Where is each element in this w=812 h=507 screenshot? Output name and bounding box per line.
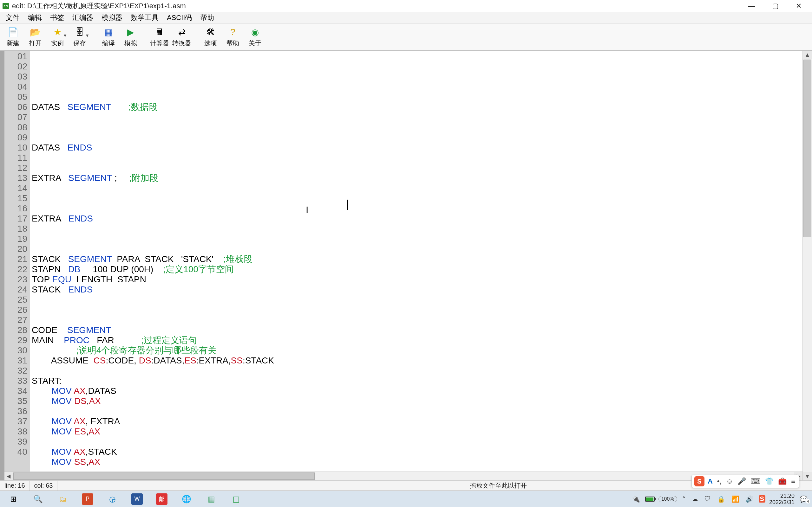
code-line[interactable]: MAIN PROC FAR ;过程定义语句 <box>32 335 810 345</box>
code-line[interactable] <box>32 122 810 132</box>
code-line[interactable] <box>32 315 810 325</box>
ime-punct-icon[interactable]: •, <box>716 477 723 486</box>
close-button[interactable]: ✕ <box>792 1 806 11</box>
cloud-icon[interactable]: ☁ <box>691 495 699 503</box>
menu-3[interactable]: 汇编器 <box>68 12 97 24</box>
code-line[interactable]: MOV AX,DATAS <box>32 386 810 396</box>
menu-2[interactable]: 书签 <box>46 12 68 24</box>
search-icon[interactable]: 🔍 <box>32 493 44 505</box>
code-line[interactable]: MOV AX,STACK <box>32 447 810 457</box>
code-line[interactable]: CODE SEGMENT <box>32 325 810 335</box>
ime-skin-icon[interactable]: 👕 <box>764 477 775 486</box>
minimize-button[interactable]: — <box>745 1 759 11</box>
ime-mic-icon[interactable]: 🎤 <box>736 477 747 486</box>
start-button[interactable]: ⊞ <box>8 493 19 505</box>
ime-toolbox-icon[interactable]: 🧰 <box>777 477 788 486</box>
ime-tray-icon[interactable]: S <box>759 495 765 503</box>
ime-keyboard-icon[interactable]: ⌨ <box>749 477 762 486</box>
code-line[interactable]: MOV AX, EXTRA <box>32 416 810 427</box>
menu-6[interactable]: ASCII码 <box>163 12 196 24</box>
tb-新建[interactable]: 📄新建 <box>2 25 24 49</box>
tb-选项[interactable]: 🛠选项 <box>200 25 222 49</box>
volume-icon[interactable]: 🔊 <box>745 495 755 503</box>
code-line[interactable]: MOV DS,AX <box>32 396 810 406</box>
code-line[interactable] <box>32 224 810 234</box>
code-line[interactable]: ASSUME CS:CODE, DS:DATAS,ES:EXTRA,SS:STA… <box>32 355 810 366</box>
app1-icon[interactable]: ▦ <box>206 493 217 505</box>
hscroll-thumb[interactable] <box>13 472 315 480</box>
code-line[interactable] <box>32 234 810 244</box>
maximize-button[interactable]: ▢ <box>768 1 782 11</box>
code-line[interactable] <box>32 406 810 416</box>
code-line[interactable]: START: <box>32 376 810 386</box>
tb-转换器[interactable]: ⇄转换器 <box>171 25 193 49</box>
menu-5[interactable]: 数学工具 <box>127 12 162 24</box>
powerpoint-icon[interactable]: P <box>82 493 93 505</box>
menu-7[interactable]: 帮助 <box>196 12 218 24</box>
lock-icon[interactable]: 🔒 <box>716 495 726 503</box>
code-line[interactable]: EXTRA ENDS <box>32 214 810 224</box>
code-line[interactable]: STACK SEGMENT PARA STACK 'STACK' ;堆栈段 <box>32 254 810 264</box>
code-line[interactable] <box>32 366 810 376</box>
code-line[interactable] <box>32 244 810 254</box>
code-line[interactable] <box>32 437 810 447</box>
code-line[interactable]: MOV SS,AX <box>32 457 810 467</box>
browser-icon[interactable]: 🌐 <box>181 493 192 505</box>
defender-icon[interactable]: 🛡 <box>703 495 712 503</box>
notification-icon[interactable]: 💬4 <box>798 495 809 503</box>
code-line[interactable] <box>32 163 810 173</box>
code-area[interactable]: I DATAS SEGMENT ;数据段DATAS ENDSEXTRA SEGM… <box>30 51 812 481</box>
scroll-left-icon[interactable]: ◀ <box>4 472 13 481</box>
edge-icon[interactable]: ◶ <box>107 493 118 505</box>
menu-0[interactable]: 文件 <box>2 12 23 24</box>
code-line[interactable] <box>32 132 810 143</box>
code-line[interactable] <box>32 295 810 305</box>
tb-打开[interactable]: 📂打开 <box>24 25 46 49</box>
mail-icon[interactable]: 邮 <box>156 493 167 505</box>
vertical-scrollbar[interactable]: ▲ ▼ <box>803 51 812 481</box>
horizontal-scrollbar[interactable]: ◀ ▶ <box>4 471 803 481</box>
code-line[interactable]: STAPN DB 100 DUP (00H) ;定义100字节空间 <box>32 264 810 274</box>
chevron-down-icon[interactable]: ▼ <box>85 33 90 38</box>
vscroll-thumb[interactable] <box>803 60 811 237</box>
tb-编译[interactable]: ▦编译 <box>97 25 119 49</box>
ime-logo-icon[interactable]: S <box>694 476 705 487</box>
ime-menu-icon[interactable]: ≡ <box>790 477 797 486</box>
tb-模拟[interactable]: ▶模拟 <box>119 25 142 49</box>
chevron-up-icon[interactable]: ˄ <box>681 495 687 503</box>
ime-letter-icon[interactable]: A <box>706 477 714 486</box>
code-line[interactable] <box>32 193 810 204</box>
code-line[interactable] <box>32 153 810 163</box>
code-line[interactable] <box>32 112 810 122</box>
ime-face-icon[interactable]: ☺ <box>725 477 734 486</box>
code-line[interactable]: TOP EQU LENGTH STAPN <box>32 274 810 285</box>
tb-实例[interactable]: ★实例▼ <box>46 25 68 49</box>
code-line[interactable]: DATAS ENDS <box>32 143 810 153</box>
emu-icon[interactable]: ◫ <box>230 493 242 505</box>
code-line[interactable]: DATAS SEGMENT ;数据段 <box>32 102 810 112</box>
code-line[interactable]: EXTRA SEGMENT ; ;附加段 <box>32 173 810 183</box>
code-line[interactable]: MOV ES,AX <box>32 427 810 437</box>
scroll-up-icon[interactable]: ▲ <box>803 51 812 59</box>
menu-4[interactable]: 模拟器 <box>98 12 126 24</box>
code-line[interactable] <box>32 204 810 214</box>
code-line[interactable]: STACK ENDS <box>32 285 810 295</box>
menu-1[interactable]: 编辑 <box>24 12 46 24</box>
power-icon[interactable]: 🔌 <box>631 495 641 503</box>
chevron-down-icon[interactable]: ▼ <box>63 33 67 38</box>
tb-帮助[interactable]: ?帮助 <box>222 25 244 49</box>
tb-关于[interactable]: ◉关于 <box>244 25 266 49</box>
tb-保存[interactable]: 🗄保存▼ <box>68 25 91 49</box>
code-line[interactable] <box>32 92 810 102</box>
word-icon[interactable]: W <box>131 493 143 505</box>
wifi-icon[interactable]: 📶 <box>730 495 741 503</box>
clock[interactable]: 21:20 2022/3/31 <box>769 493 795 505</box>
file-explorer-icon[interactable]: 🗂 <box>57 493 68 505</box>
code-line[interactable] <box>32 183 810 193</box>
code-line[interactable]: ;说明4个段寄存器分别与哪些段有关 <box>32 345 810 355</box>
scroll-down-icon[interactable]: ▼ <box>803 472 812 481</box>
battery-icon[interactable] <box>645 497 655 502</box>
code-line[interactable] <box>32 305 810 315</box>
tb-计算器[interactable]: 🖩计算器 <box>148 25 171 49</box>
zoom-badge[interactable]: 100% <box>658 496 677 502</box>
